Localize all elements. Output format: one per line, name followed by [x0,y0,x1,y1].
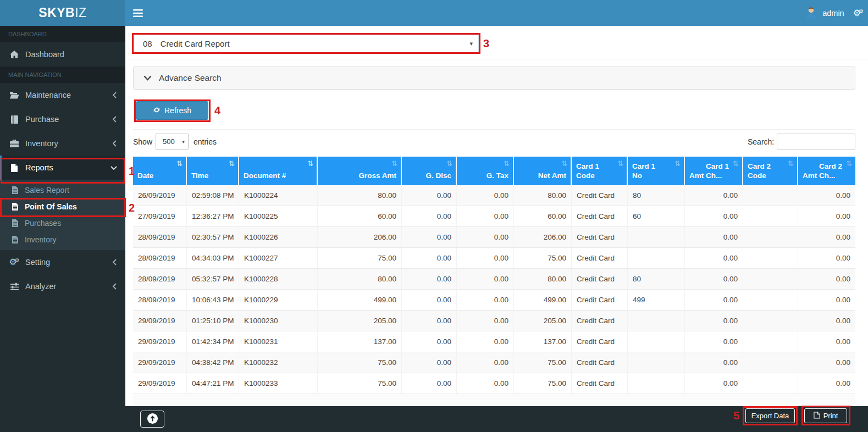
cell-card1_no [628,373,685,394]
column-header-card2_amt[interactable]: Card 2Amt Ch...⇅ [798,157,855,185]
top-navbar: admin ⚙⚙ [125,0,868,26]
cell-card1_code: Credit Card [572,290,628,311]
cell-net_amt: 60.00 [514,206,572,227]
cell-net_amt: 205.00 [514,311,572,331]
cell-gross_amt: 137.00 [318,331,402,352]
table-row: 27/09/201912:36:27 PMK100022560.000.000.… [133,206,855,227]
sidebar-item-label: Setting [25,258,50,267]
cell-time: 04:47:21 PM [187,373,239,394]
sidebar-item-maintenance[interactable]: Maintenance [0,83,125,107]
cell-gross_amt: 75.00 [318,373,402,394]
scroll-to-top-button[interactable] [140,411,164,428]
cell-document: K1000230 [239,311,318,331]
sort-icon: ⇅ [229,159,235,168]
column-header-document[interactable]: Document #⇅ [239,157,318,185]
sidebar-item-label: Analyzer [25,282,56,291]
submenu-item-label: Inventory [25,235,57,244]
report-table-container: Date⇅Time⇅Document #⇅Gross Amt⇅G. Disc⇅G… [133,157,855,406]
cell-date: 28/09/2019 [133,227,187,248]
cell-time: 04:34:03 PM [187,248,239,269]
advance-search-toggle[interactable]: Advance Search [133,67,855,90]
chevron-left-icon [112,259,117,265]
sidebar-item-inventory[interactable]: Inventory [0,131,125,156]
cell-time: 01:42:34 PM [187,331,239,352]
sort-icon: ⇅ [846,159,852,168]
home-icon [8,51,20,59]
entries-label: entries [193,137,217,146]
sidebar-item-purchase[interactable]: Purchase [0,107,125,131]
cell-card2_code [743,206,798,227]
search-input[interactable] [777,134,855,149]
sidebar-item-label: Dashboard [25,50,64,59]
user-menu[interactable]: admin [805,6,844,20]
column-header-g_disc[interactable]: G. Disc⇅ [402,157,457,185]
chevron-left-icon [112,92,117,98]
sort-icon: ⇅ [446,159,452,168]
submenu-item-sales-report[interactable]: Sales Report [0,182,125,198]
cell-card1_no [628,311,685,331]
submenu-item-point-of-sales[interactable]: Point Of Sales [0,198,125,215]
hamburger-menu-icon[interactable] [125,0,151,26]
report-type-select[interactable]: 08 Credit Card Report ▾ [134,35,479,52]
refresh-button[interactable]: Refresh [136,101,208,120]
settings-gears-icon[interactable]: ⚙⚙ [853,9,864,18]
cell-g_tax: 0.00 [457,352,514,373]
arrow-up-circle-icon [147,413,158,426]
column-header-card1_amt[interactable]: Card 1Amt Ch...⇅ [685,157,743,185]
username: admin [822,9,844,18]
avatar [805,6,817,20]
column-header-gross_amt[interactable]: Gross Amt⇅ [318,157,402,185]
column-header-card2_code[interactable]: Card 2Code⇅ [743,157,798,185]
column-header-net_amt[interactable]: Net Amt⇅ [514,157,572,185]
sidebar-item-reports[interactable]: Reports [0,156,125,180]
cell-document: K1000227 [239,248,318,269]
cell-card1_amt: 0.00 [685,269,743,290]
submenu-item-inventory[interactable]: Inventory [0,231,125,248]
table-row: 28/09/201910:06:43 PMK1000229499.000.000… [133,290,855,311]
cell-card2_amt: 0.00 [798,352,855,373]
cell-g_disc: 0.00 [402,352,457,373]
sort-icon: ⇅ [788,159,794,168]
cell-card1_no [628,227,685,248]
column-header-g_tax[interactable]: G. Tax⇅ [457,157,514,185]
cell-card1_code: Credit Card [572,331,628,352]
refresh-label: Refresh [164,106,191,115]
cell-card2_code [743,290,798,311]
cell-document: K1000233 [239,373,318,394]
cell-g_tax: 0.00 [457,248,514,269]
table-row: 29/09/201901:42:34 PMK1000231137.000.000… [133,331,855,352]
cell-g_tax: 0.00 [457,185,514,206]
column-header-date[interactable]: Date⇅ [133,157,187,185]
cell-card1_code: Credit Card [572,373,628,394]
sidebar-item-dashboard[interactable]: Dashboard [0,42,125,67]
cell-net_amt: 75.00 [514,373,572,394]
cell-card1_amt: 0.00 [685,331,743,352]
file-text-icon [9,203,20,211]
submenu-item-purchases[interactable]: Purchases [0,215,125,231]
cell-g_tax: 0.00 [457,290,514,311]
logo-text-light: IZ [75,5,86,20]
table-row: 26/09/201902:59:08 PMK100022480.000.000.… [133,185,855,206]
sort-icon: ⇅ [561,159,567,168]
column-header-card1_code[interactable]: Card 1Code⇅ [572,157,628,185]
sidebar-item-setting[interactable]: ⚙⚙ Setting [0,250,125,274]
cell-g_disc: 0.00 [402,373,457,394]
advance-search-label: Advance Search [159,73,222,83]
print-button[interactable]: Print [804,408,847,423]
sidebar-item-analyzer[interactable]: Analyzer [0,274,125,298]
cell-time: 04:38:42 PM [187,352,239,373]
table-row: 28/09/201902:30:57 PMK1000226206.000.000… [133,227,855,248]
column-header-time[interactable]: Time⇅ [187,157,239,185]
export-data-button[interactable]: Export Data [745,408,795,423]
report-table: Date⇅Time⇅Document #⇅Gross Amt⇅G. Disc⇅G… [133,157,855,394]
app-logo[interactable]: SKYBIZ [0,0,125,26]
divider [133,129,855,130]
page-size-value: 500 [163,137,175,146]
page-size-select[interactable]: 500 ▾ [156,134,189,149]
column-header-card1_no[interactable]: Card 1No⇅ [628,157,685,185]
cell-card1_amt: 0.00 [685,290,743,311]
cell-date: 29/09/2019 [133,331,187,352]
cell-card1_amt: 0.00 [685,352,743,373]
table-row: 29/09/201901:25:10 PMK1000230205.000.000… [133,311,855,331]
table-row: 28/09/201905:32:57 PMK100022880.000.000.… [133,269,855,290]
